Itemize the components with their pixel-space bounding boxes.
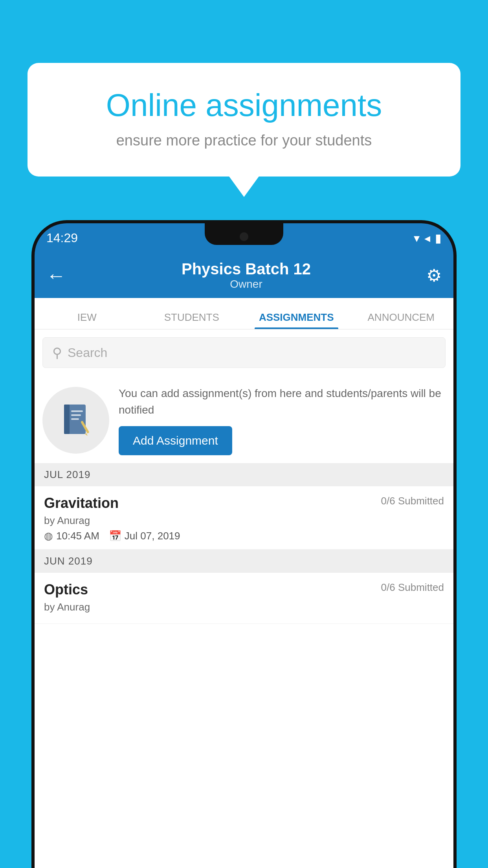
bubble-subtitle: ensure more practice for your students <box>55 132 433 149</box>
assignment-top-optics: Optics 0/6 Submitted <box>44 581 444 598</box>
header-subtitle: Owner <box>66 278 426 291</box>
status-icons: ▾ ◂ ▮ <box>414 231 442 245</box>
search-bar[interactable]: ⚲ Search <box>42 337 446 368</box>
assignment-title-gravitation: Gravitation <box>44 495 119 511</box>
tab-students[interactable]: STUDENTS <box>139 311 244 329</box>
empty-state-right: You can add assignment(s) from here and … <box>119 385 446 455</box>
svg-rect-1 <box>64 405 70 434</box>
section-header-jun: JUN 2019 <box>35 550 453 573</box>
svg-rect-4 <box>71 418 79 420</box>
assignment-by-optics: by Anurag <box>44 601 444 613</box>
svg-marker-6 <box>85 433 88 436</box>
speech-bubble: Online assignments ensure more practice … <box>28 63 460 177</box>
tab-iew[interactable]: IEW <box>35 311 139 329</box>
assignment-submitted-gravitation: 0/6 Submitted <box>381 495 444 507</box>
assignment-submitted-optics: 0/6 Submitted <box>381 581 444 594</box>
wifi-icon: ▾ <box>414 231 420 245</box>
screen-content: ⚲ Search <box>35 329 453 868</box>
section-header-jul: JUL 2019 <box>35 463 453 486</box>
signal-icon: ◂ <box>424 231 430 245</box>
phone-inner: 14:29 ▾ ◂ ▮ ← Physics Batch 12 Owner ⚙ I… <box>35 223 453 868</box>
status-time: 14:29 <box>46 231 78 245</box>
calendar-icon: 📅 <box>109 530 121 542</box>
camera-dot <box>240 232 248 241</box>
assignment-time-gravitation: ◍ 10:45 AM <box>44 530 99 542</box>
assignment-title-optics: Optics <box>44 581 88 598</box>
assignment-item-optics[interactable]: Optics 0/6 Submitted by Anurag <box>35 573 453 624</box>
settings-button[interactable]: ⚙ <box>426 265 442 285</box>
tab-assignments[interactable]: ASSIGNMENTS <box>244 311 349 329</box>
speech-bubble-container: Online assignments ensure more practice … <box>28 63 460 177</box>
svg-rect-3 <box>71 414 81 416</box>
empty-state-text: You can add assignment(s) from here and … <box>119 385 446 418</box>
empty-state: You can add assignment(s) from here and … <box>42 377 446 463</box>
assignment-meta-gravitation: ◍ 10:45 AM 📅 Jul 07, 2019 <box>44 530 444 542</box>
tabs: IEW STUDENTS ASSIGNMENTS ANNOUNCEM <box>35 298 453 329</box>
notebook-icon-container <box>42 387 109 454</box>
add-assignment-button[interactable]: Add Assignment <box>119 426 232 455</box>
battery-icon: ▮ <box>435 231 442 245</box>
app-header: ← Physics Batch 12 Owner ⚙ <box>35 253 453 298</box>
svg-rect-2 <box>71 410 83 412</box>
assignment-top: Gravitation 0/6 Submitted <box>44 495 444 511</box>
notch <box>205 223 283 245</box>
header-title: Physics Batch 12 <box>66 260 426 278</box>
search-icon: ⚲ <box>52 345 62 360</box>
assignment-item-gravitation[interactable]: Gravitation 0/6 Submitted by Anurag ◍ 10… <box>35 486 453 550</box>
assignment-by-gravitation: by Anurag <box>44 515 444 527</box>
bubble-title: Online assignments <box>55 86 433 124</box>
back-button[interactable]: ← <box>46 264 66 287</box>
clock-icon: ◍ <box>44 530 53 542</box>
tab-announcements[interactable]: ANNOUNCEM <box>349 311 454 329</box>
notebook-graphic <box>60 403 92 438</box>
assignment-date-gravitation: 📅 Jul 07, 2019 <box>109 530 180 542</box>
phone-frame: 14:29 ▾ ◂ ▮ ← Physics Batch 12 Owner ⚙ I… <box>31 220 457 868</box>
search-placeholder: Search <box>68 346 107 360</box>
header-center: Physics Batch 12 Owner <box>66 260 426 291</box>
